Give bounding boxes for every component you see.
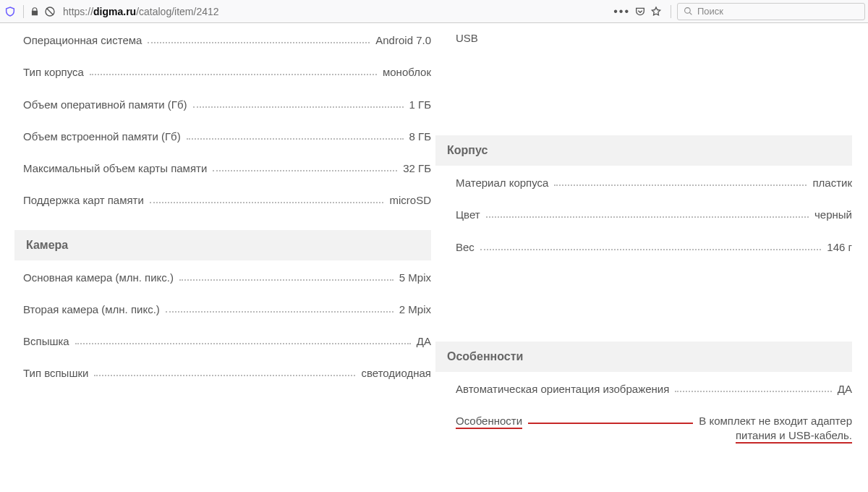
spec-label: Объем встроенной памяти (Гб) <box>23 130 184 144</box>
spec-value-usb: USB <box>444 23 852 48</box>
spec-value: 8 ГБ <box>407 130 431 144</box>
spec-row: Вспышка ДА <box>23 324 431 356</box>
spacer <box>444 262 852 327</box>
left-column: Операционная система Android 7.0 Тип кор… <box>7 23 431 451</box>
spec-row: Операционная система Android 7.0 <box>23 23 431 55</box>
spec-value: Android 7.0 <box>373 33 431 48</box>
spec-row: Поддержка карт памяти microSD <box>23 183 431 215</box>
spec-dots <box>480 249 821 250</box>
spec-row-highlighted: Особенности В комплект не входит адаптер… <box>456 404 852 451</box>
pocket-icon[interactable] <box>634 6 646 17</box>
url-domain: digma.ru <box>93 6 136 17</box>
spec-content: Операционная система Android 7.0 Тип кор… <box>0 23 868 451</box>
spec-row: Вес 146 г <box>456 230 852 262</box>
spec-label: Вспышка <box>23 334 72 349</box>
spec-row: Автоматическая ориентация изображения ДА <box>456 372 852 404</box>
highlight-underline: питания и USB-кабель. <box>736 429 852 444</box>
spec-dots <box>179 279 393 281</box>
lock-icon[interactable] <box>30 7 40 17</box>
spec-label: Особенности <box>456 414 525 428</box>
url-path: /catalog/item/2412 <box>136 6 218 17</box>
spec-value: ДА <box>414 334 431 349</box>
spec-label: Максимальный объем карты памяти <box>23 161 210 176</box>
search-icon <box>684 7 693 16</box>
spec-dots <box>90 74 377 75</box>
right-column: USB Корпус Материал корпуса пластик Цвет… <box>444 23 861 451</box>
spec-dots <box>75 343 411 344</box>
spec-label: Автоматическая ориентация изображения <box>456 382 672 396</box>
spec-row: Основная камера (млн. пикс.) 5 Mpix <box>23 260 431 292</box>
spec-value: 32 ГБ <box>400 161 431 176</box>
section-header-body: Корпус <box>435 135 852 166</box>
spec-dots <box>675 391 832 392</box>
spec-dots <box>148 42 370 43</box>
spec-value: 2 Mpix <box>396 302 431 317</box>
spec-value: В комплект не входит адаптер питания и U… <box>696 414 852 444</box>
spec-value: 146 г <box>824 240 852 255</box>
spec-label: Вторая камера (млн. пикс.) <box>23 302 163 317</box>
spec-row: Максимальный объем карты памяти 32 ГБ <box>23 151 431 183</box>
spec-label: Цвет <box>456 208 483 222</box>
url-protocol: https:// <box>63 6 93 17</box>
spec-value-line1: В комплект не входит адаптер <box>699 415 852 427</box>
search-input[interactable]: Поиск <box>677 3 865 20</box>
section-header-camera: Камера <box>14 230 431 260</box>
spec-value: ДА <box>835 382 852 396</box>
section-header-features: Особенности <box>435 342 852 372</box>
search-placeholder: Поиск <box>697 6 723 17</box>
url-bar[interactable]: https://digma.ru/catalog/item/2412 <box>60 4 609 19</box>
highlight-underline <box>528 423 693 424</box>
spec-dots <box>486 216 809 218</box>
permissions-icon[interactable] <box>44 6 56 17</box>
spec-value: 5 Mpix <box>396 271 431 285</box>
spec-value: черный <box>812 208 852 222</box>
spec-value: 1 ГБ <box>407 98 431 112</box>
spec-value: microSD <box>386 193 431 208</box>
bookmark-star-icon[interactable] <box>650 6 662 17</box>
spec-value: моноблок <box>380 65 431 80</box>
spec-label: Материал корпуса <box>456 176 551 190</box>
spacer <box>444 48 852 121</box>
spec-dots <box>193 106 404 108</box>
svg-point-1 <box>685 8 691 14</box>
spec-dots <box>187 138 404 140</box>
spec-dots <box>150 202 384 203</box>
browser-toolbar: https://digma.ru/catalog/item/2412 ••• П… <box>0 0 868 23</box>
spec-row: Материал корпуса пластик <box>456 166 852 198</box>
spec-dots <box>166 311 393 313</box>
more-icon[interactable]: ••• <box>613 5 630 18</box>
highlight-underline: Особенности <box>456 415 522 429</box>
spec-value: пластик <box>809 176 852 190</box>
spec-row: Объем оперативной памяти (Гб) 1 ГБ <box>23 88 431 119</box>
spec-label: Вес <box>456 240 477 255</box>
spec-row: Тип корпуса моноблок <box>23 55 431 87</box>
spec-dots <box>94 375 355 376</box>
spec-dots <box>213 170 397 171</box>
spec-row: Объем встроенной памяти (Гб) 8 ГБ <box>23 119 431 151</box>
spec-label: Объем оперативной памяти (Гб) <box>23 98 190 112</box>
spec-dots <box>554 184 807 186</box>
toolbar-right: ••• <box>613 5 662 18</box>
spec-label: Операционная система <box>23 33 145 48</box>
toolbar-divider <box>671 5 671 18</box>
spec-label: Тип корпуса <box>23 65 87 80</box>
spec-row: Тип вспышки светодиодная <box>23 356 431 388</box>
spec-row: Вторая камера (млн. пикс.) 2 Mpix <box>23 292 431 324</box>
spec-row: Цвет черный <box>456 198 852 229</box>
shield-icon[interactable] <box>3 4 17 19</box>
toolbar-divider <box>23 5 24 18</box>
spec-label: Основная камера (млн. пикс.) <box>23 271 176 285</box>
spec-value: светодиодная <box>358 366 431 381</box>
spec-label: Поддержка карт памяти <box>23 193 147 208</box>
spec-label: Тип вспышки <box>23 366 91 381</box>
